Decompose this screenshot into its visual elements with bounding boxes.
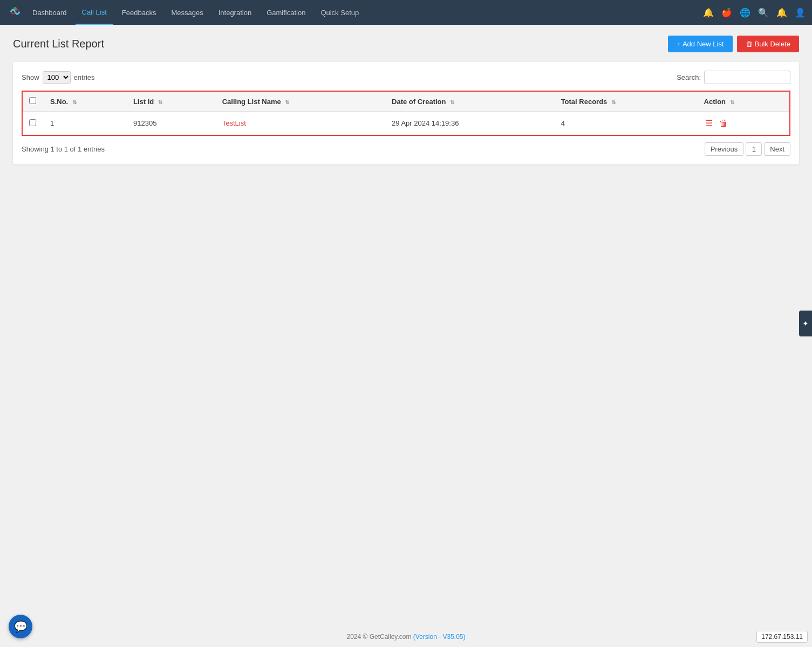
- sort-date-icon: ⇅: [450, 99, 454, 105]
- nav-item-quick-setup[interactable]: Quick Setup: [314, 0, 365, 25]
- page-header: Current List Report + Add New List 🗑 Bul…: [13, 36, 799, 52]
- sort-listid-icon: ⇅: [158, 99, 162, 105]
- chat-widget[interactable]: 💬: [9, 615, 32, 638]
- pagination: Previous 1 Next: [705, 142, 790, 156]
- row-checkbox-cell: [22, 112, 44, 136]
- page-footer: 2024 © GetCalley.com (Version - V35.05): [0, 625, 812, 647]
- action-icons: ☰ 🗑: [704, 117, 783, 129]
- header-action[interactable]: Action ⇅: [698, 91, 790, 112]
- showing-entries-text: Showing 1 to 1 of 1 entries: [22, 145, 105, 153]
- header-list-id[interactable]: List Id ⇅: [127, 91, 216, 112]
- sort-records-icon: ⇅: [611, 99, 616, 105]
- delete-row-button[interactable]: 🗑: [718, 118, 729, 129]
- table-row: 1 912305 TestList 29 Apr 2024 14:19:36 4…: [22, 112, 790, 136]
- apple-icon[interactable]: 🍎: [721, 8, 732, 18]
- show-entries: Show 100 10 25 50 entries: [22, 71, 95, 84]
- entries-label: entries: [74, 73, 95, 81]
- next-button[interactable]: Next: [764, 142, 790, 156]
- row-total-records: 4: [555, 112, 698, 136]
- ip-badge: 172.67.153.11: [756, 631, 808, 643]
- nav-item-dashboard[interactable]: Dashboard: [26, 0, 73, 25]
- header-actions: + Add New List 🗑 Bulk Delete: [668, 36, 799, 52]
- show-label: Show: [22, 73, 39, 81]
- row-sno: 1: [44, 112, 127, 136]
- header-total-records[interactable]: Total Records ⇅: [555, 91, 698, 112]
- page-title: Current List Report: [13, 38, 104, 50]
- row-list-id: 912305: [127, 112, 216, 136]
- select-all-checkbox[interactable]: [29, 97, 36, 104]
- header-sno[interactable]: S.No. ⇅: [44, 91, 127, 112]
- previous-button[interactable]: Previous: [705, 142, 744, 156]
- copyright-text: 2024 © GetCalley.com: [346, 633, 411, 641]
- navbar-icons: 🔔 🍎 🌐 🔍 🔔 👤: [703, 8, 806, 18]
- header-date-of-creation[interactable]: Date of Creation ⇅: [385, 91, 555, 112]
- bell-icon[interactable]: 🔔: [776, 8, 787, 18]
- header-checkbox-col: [22, 91, 44, 112]
- side-widget[interactable]: ✦: [799, 311, 812, 336]
- notification-icon[interactable]: 🔔: [703, 8, 714, 18]
- nav-item-call-list[interactable]: Call List: [76, 0, 113, 25]
- nav-item-gamification[interactable]: Gamification: [260, 0, 312, 25]
- entries-select[interactable]: 100 10 25 50: [43, 71, 71, 84]
- sort-sno-icon: ⇅: [72, 99, 77, 105]
- globe-icon[interactable]: 🌐: [740, 8, 750, 18]
- version-text: (Version - V35.05): [413, 633, 466, 641]
- row-checkbox[interactable]: [29, 119, 36, 126]
- row-action-cell: ☰ 🗑: [698, 112, 790, 136]
- row-date-of-creation: 29 Apr 2024 14:19:36: [385, 112, 555, 136]
- search-box: Search:: [677, 71, 790, 84]
- table-controls: Show 100 10 25 50 entries Search:: [22, 71, 790, 84]
- data-table: S.No. ⇅ List Id ⇅ Calling List Name ⇅ Da…: [22, 91, 790, 136]
- add-new-list-button[interactable]: + Add New List: [668, 36, 732, 52]
- table-header-row: S.No. ⇅ List Id ⇅ Calling List Name ⇅ Da…: [22, 91, 790, 112]
- search-icon[interactable]: 🔍: [758, 8, 769, 18]
- trash-icon: 🗑: [746, 40, 753, 48]
- logo[interactable]: [6, 3, 24, 22]
- page-number[interactable]: 1: [746, 142, 762, 156]
- bulk-delete-button[interactable]: 🗑 Bulk Delete: [737, 36, 799, 52]
- header-calling-list-name[interactable]: Calling List Name ⇅: [216, 91, 385, 112]
- row-calling-list-name[interactable]: TestList: [216, 112, 385, 136]
- user-icon[interactable]: 👤: [795, 8, 806, 18]
- search-label: Search:: [677, 73, 701, 81]
- svg-point-1: [13, 7, 17, 10]
- table-card: Show 100 10 25 50 entries Search:: [13, 62, 799, 164]
- page-container: Current List Report + Add New List 🗑 Bul…: [0, 25, 812, 625]
- sort-name-icon: ⇅: [285, 99, 289, 105]
- nav-item-messages[interactable]: Messages: [165, 0, 209, 25]
- sort-action-icon: ⇅: [730, 99, 734, 105]
- search-input[interactable]: [704, 71, 790, 84]
- nav-item-integration[interactable]: Integration: [212, 0, 258, 25]
- table-footer: Showing 1 to 1 of 1 entries Previous 1 N…: [22, 142, 790, 156]
- nav-item-feedbacks[interactable]: Feedbacks: [115, 0, 163, 25]
- navbar: Dashboard Call List Feedbacks Messages I…: [0, 0, 812, 25]
- view-list-button[interactable]: ☰: [704, 117, 714, 129]
